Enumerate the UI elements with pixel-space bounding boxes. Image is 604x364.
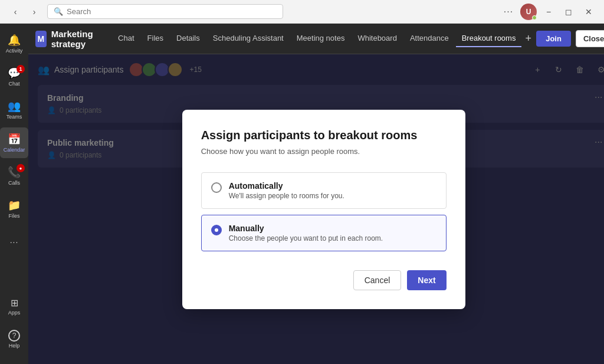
radio-option-automatically[interactable]: Automatically We'll assign people to roo… [201,172,447,209]
radio-manually-label: Manually [229,224,436,233]
modal-footer: Cancel Next [201,270,447,290]
calls-badge: ● [17,164,25,172]
radio-manually-desc: Choose the people you want to put in eac… [229,234,436,242]
modal-subtitle: Choose how you want to assign people roo… [201,147,447,156]
sidebar-item-calls[interactable]: 📞 Calls ● [0,160,28,191]
teams-icon: 👥 [8,100,21,113]
tab-files[interactable]: Files [142,30,169,47]
sidebar-item-activity[interactable]: 🔔 Activity [0,28,28,59]
tab-chat[interactable]: Chat [112,30,140,47]
user-avatar[interactable]: U [520,4,537,20]
window-close-button[interactable]: ✕ [580,4,597,20]
calendar-icon: 📅 [8,133,21,146]
radio-automatically-desc: We'll assign people to rooms for you. [229,192,436,200]
content-area: 👥 Assign participants +15 + ↻ � [28,54,604,364]
sidebar-item-chat[interactable]: 💬 Chat 1 [0,61,28,92]
apps-icon: ⊞ [11,297,18,309]
avatar-status [532,15,537,20]
sidebar-item-calendar[interactable]: 📅 Calendar [0,127,28,158]
radio-automatically-circle [211,182,222,193]
tab-notes[interactable]: Meeting notes [291,30,351,47]
modal-title: Assign participants to breakout rooms [201,129,447,142]
meeting-title: Marketing strategy [51,29,104,49]
tab-scheduling[interactable]: Scheduling Assistant [207,30,290,47]
main-content: M Marketing strategy Chat Files Details … [28,24,604,364]
activity-icon: 🔔 [8,34,21,47]
tabs-bar: M Marketing strategy Chat Files Details … [28,24,604,54]
meeting-icon: M [35,31,47,47]
files-icon: 📁 [8,199,21,212]
nav-back-button[interactable]: ‹ [7,4,24,20]
cancel-button[interactable]: Cancel [353,270,402,290]
radio-manually-text: Manually Choose the people you want to p… [229,224,436,242]
help-icon: ? [8,330,20,342]
radio-automatically-text: Automatically We'll assign people to roo… [229,181,436,200]
more-options-button[interactable]: ··· [500,4,517,20]
more-icon: ··· [10,237,19,247]
radio-option-manually[interactable]: Manually Choose the people you want to p… [201,215,447,251]
app-layout: 🔔 Activity 💬 Chat 1 👥 Teams 📅 Calendar 📞… [0,24,604,364]
nav-buttons: ‹ › [7,4,42,20]
chat-badge: 1 [17,65,25,73]
sidebar: 🔔 Activity 💬 Chat 1 👥 Teams 📅 Calendar 📞… [0,24,28,364]
join-button[interactable]: Join [536,31,571,47]
search-bar: 🔍 [47,4,283,19]
tab-details[interactable]: Details [170,30,206,47]
sidebar-item-teams[interactable]: 👥 Teams [0,94,28,125]
nav-forward-button[interactable]: › [26,4,42,20]
radio-manually-circle [211,225,222,235]
radio-automatically-label: Automatically [229,181,436,191]
sidebar-item-help[interactable]: ? Help [0,324,28,355]
sidebar-item-more[interactable]: ··· [0,227,28,257]
minimize-button[interactable]: − [540,4,557,20]
maximize-button[interactable]: ◻ [560,4,577,20]
tab-whiteboard[interactable]: Whiteboard [352,30,402,47]
sidebar-bottom: ⊞ Apps ? Help [0,291,28,359]
modal-overlay: Assign participants to breakout rooms Ch… [28,54,604,364]
meeting-close-button[interactable]: Close [576,30,604,47]
search-input[interactable] [67,7,277,16]
tab-breakout[interactable]: Breakout rooms [456,30,522,47]
search-icon: 🔍 [54,7,63,16]
title-bar: ‹ › 🔍 ··· U − ◻ ✕ [0,0,604,24]
assign-participants-modal: Assign participants to breakout rooms Ch… [182,110,465,309]
sidebar-item-apps[interactable]: ⊞ Apps [0,291,28,322]
meeting-icon-letter: M [38,34,45,44]
next-button[interactable]: Next [407,270,446,290]
add-tab-button[interactable]: + [523,31,534,47]
sidebar-item-files[interactable]: 📁 Files [0,194,28,224]
radio-options: Automatically We'll assign people to roo… [201,172,447,251]
tab-attendance[interactable]: Attendance [404,30,455,47]
